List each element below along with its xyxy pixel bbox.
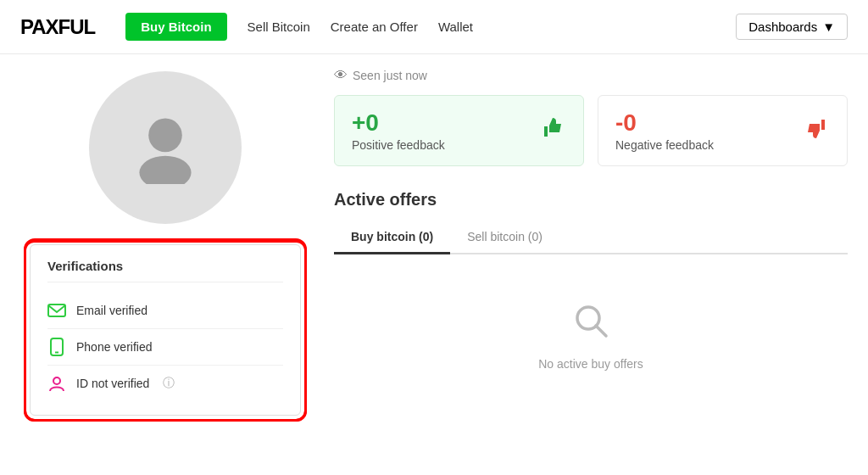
svg-line-7 bbox=[596, 326, 606, 336]
feedback-row: +0 Positive feedback -0 Negative feedbac… bbox=[334, 95, 848, 166]
verifications-box: Verifications Email verified bbox=[30, 244, 301, 416]
buy-bitcoin-button[interactable]: Buy Bitcoin bbox=[125, 13, 226, 41]
phone-verified-icon bbox=[47, 338, 66, 356]
id-not-verified-label: ID not verified bbox=[76, 377, 149, 390]
verifications-title: Verifications bbox=[47, 259, 283, 282]
seen-text: Seen just now bbox=[353, 69, 427, 82]
sell-bitcoin-link[interactable]: Sell Bitcoin bbox=[248, 20, 310, 34]
tab-sell-bitcoin[interactable]: Sell bitcoin (0) bbox=[450, 221, 559, 254]
email-verified-label: Email verified bbox=[76, 304, 147, 317]
positive-feedback-card: +0 Positive feedback bbox=[334, 95, 584, 166]
dashboards-label: Dashboards bbox=[748, 20, 817, 34]
offers-tabs: Buy bitcoin (0) Sell bitcoin (0) bbox=[334, 221, 848, 254]
header: PAXFUL Buy Bitcoin Sell Bitcoin Create a… bbox=[0, 0, 868, 54]
email-verification-item: Email verified bbox=[47, 293, 283, 329]
active-offers-title: Active offers bbox=[334, 190, 848, 210]
dashboards-button[interactable]: Dashboards ▼ bbox=[736, 14, 848, 40]
sidebar: Verifications Email verified bbox=[0, 54, 314, 475]
phone-verification-item: Phone verified bbox=[47, 329, 283, 366]
profile-content: 👁 Seen just now +0 Positive feedback bbox=[314, 54, 868, 475]
avatar bbox=[89, 71, 242, 224]
negative-feedback-card: -0 Negative feedback bbox=[598, 95, 848, 166]
thumbs-down-icon bbox=[803, 115, 830, 148]
id-not-verified-icon bbox=[47, 374, 66, 393]
svg-point-0 bbox=[148, 119, 182, 153]
seen-label-row: 👁 Seen just now bbox=[334, 68, 848, 83]
create-offer-link[interactable]: Create an Offer bbox=[331, 20, 418, 34]
tab-buy-bitcoin[interactable]: Buy bitcoin (0) bbox=[334, 221, 450, 254]
email-verified-icon bbox=[47, 301, 66, 320]
search-icon bbox=[570, 300, 611, 349]
phone-verified-label: Phone verified bbox=[76, 340, 153, 354]
no-offers-text: No active buy offers bbox=[538, 357, 643, 371]
no-offers-section: No active buy offers bbox=[334, 275, 848, 396]
main-content: Verifications Email verified bbox=[0, 54, 868, 475]
positive-feedback-number: +0 bbox=[352, 109, 445, 137]
user-avatar-icon bbox=[127, 108, 203, 187]
id-verification-item: ID not verified ⓘ bbox=[47, 366, 283, 401]
help-icon[interactable]: ⓘ bbox=[163, 376, 175, 391]
chevron-down-icon: ▼ bbox=[822, 20, 835, 34]
svg-rect-2 bbox=[48, 305, 65, 316]
svg-point-5 bbox=[53, 377, 60, 384]
eye-icon: 👁 bbox=[334, 68, 348, 83]
thumbs-up-icon bbox=[539, 115, 566, 148]
negative-feedback-number: -0 bbox=[615, 109, 714, 137]
logo: PAXFUL bbox=[20, 15, 95, 39]
svg-point-1 bbox=[139, 156, 191, 184]
wallet-link[interactable]: Wallet bbox=[438, 20, 473, 34]
positive-feedback-label: Positive feedback bbox=[352, 138, 445, 152]
negative-feedback-label: Negative feedback bbox=[615, 138, 714, 152]
